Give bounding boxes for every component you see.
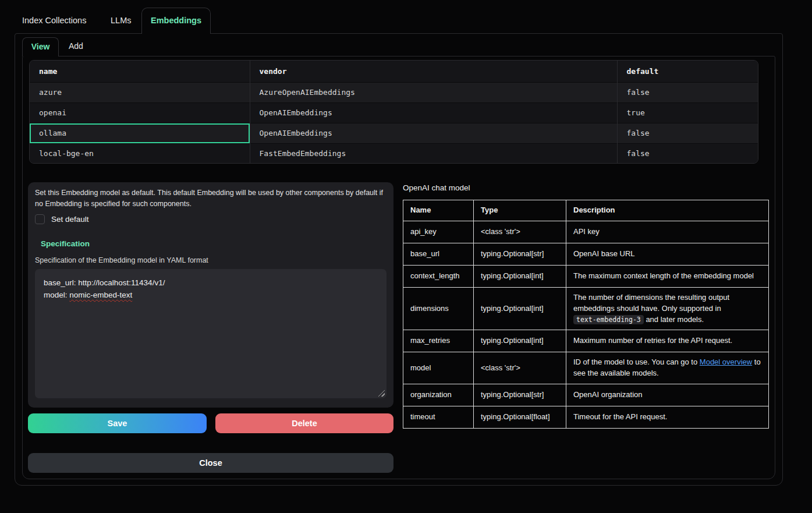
params-header-row: Name Type Description xyxy=(403,200,769,221)
param-description: OpenAI base URL xyxy=(566,243,769,265)
yaml-line-1: base_url: http://localhost:11434/v1/ xyxy=(44,277,378,289)
subtab-view[interactable]: View xyxy=(22,37,59,56)
table-header-row: name vendor default xyxy=(30,61,758,82)
param-name: base_url xyxy=(403,243,474,265)
param-row-max-retries: max_retries typing.Optional[int] Maximum… xyxy=(403,330,769,352)
param-name: model xyxy=(403,352,474,384)
cell-vendor[interactable]: AzureOpenAIEmbeddings xyxy=(250,82,617,102)
default-description: Set this Embedding model as default. Thi… xyxy=(35,187,384,210)
table-row-local-bge-en[interactable]: local-bge-en FastEmbedEmbeddings false xyxy=(30,143,758,164)
param-row-organization: organization typing.Optional[str] OpenAI… xyxy=(403,384,769,406)
param-row-base-url: base_url typing.Optional[str] OpenAI bas… xyxy=(403,243,769,265)
param-type: typing.Optional[int] xyxy=(474,330,566,352)
close-button[interactable]: Close xyxy=(28,453,393,473)
param-type: typing.Optional[float] xyxy=(474,406,566,429)
cell-name-selected[interactable]: ollama xyxy=(30,123,250,143)
params-table: Name Type Description api_key <class 'st… xyxy=(403,200,769,429)
cell-default[interactable]: false xyxy=(617,82,758,102)
param-description: Timeout for the API request. xyxy=(566,406,769,429)
yaml-spec-textarea[interactable]: base_url: http://localhost:11434/v1/ mod… xyxy=(35,269,387,398)
specification-heading: Specification xyxy=(41,239,90,248)
table-row-azure[interactable]: azure AzureOpenAIEmbeddings false xyxy=(30,82,758,102)
embeddings-table: name vendor default azure AzureOpenAIEmb… xyxy=(29,60,758,164)
subtab-add[interactable]: Add xyxy=(69,37,83,56)
param-description: ID of the model to use. You can go to Mo… xyxy=(566,352,769,384)
param-name: organization xyxy=(403,384,474,406)
save-button[interactable]: Save xyxy=(28,413,207,433)
column-header-default: default xyxy=(617,61,758,82)
param-name: dimensions xyxy=(403,287,474,330)
param-row-model: model <class 'str'> ID of the model to u… xyxy=(403,352,769,384)
param-description: The maximum context length of the embedd… xyxy=(566,265,769,287)
param-description: OpenAI organization xyxy=(566,384,769,406)
tab-index-collections[interactable]: Index Collections xyxy=(22,8,86,33)
param-type: typing.Optional[str] xyxy=(474,384,566,406)
params-panel-title: OpenAI chat model xyxy=(403,183,470,192)
cell-vendor[interactable]: OpenAIEmbeddings xyxy=(250,102,617,123)
param-description: The number of dimensions the resulting o… xyxy=(566,287,769,330)
params-column-description: Description xyxy=(566,200,769,221)
param-description: API key xyxy=(566,221,769,243)
misspelled-word: nomic-embed-text xyxy=(69,291,132,299)
param-type: typing.Optional[int] xyxy=(474,265,566,287)
param-name: context_length xyxy=(403,265,474,287)
set-default-checkbox[interactable] xyxy=(35,214,45,224)
param-description: Maximum number of retries for the API re… xyxy=(566,330,769,352)
delete-button[interactable]: Delete xyxy=(215,413,393,433)
params-column-type: Type xyxy=(474,200,566,221)
cell-name[interactable]: openai xyxy=(30,102,250,123)
code-chip: text-embedding-3 xyxy=(573,315,644,324)
param-name: timeout xyxy=(403,406,474,429)
param-row-api-key: api_key <class 'str'> API key xyxy=(403,221,769,243)
model-overview-link[interactable]: Model overview xyxy=(700,358,752,366)
column-header-vendor: vendor xyxy=(250,61,617,82)
specification-sublabel: Specification of the Embedding model in … xyxy=(35,256,208,264)
param-name: max_retries xyxy=(403,330,474,352)
table-row-ollama-selected[interactable]: ollama OpenAIEmbeddings false xyxy=(30,123,758,143)
app-window: Index Collections LLMs Embeddings View A… xyxy=(0,0,812,513)
cell-default[interactable]: false xyxy=(617,123,758,143)
params-column-name: Name xyxy=(403,200,474,221)
param-row-timeout: timeout typing.Optional[float] Timeout f… xyxy=(403,406,769,429)
set-default-row: Set default xyxy=(35,214,89,224)
set-default-label: Set default xyxy=(51,215,89,224)
param-type: <class 'str'> xyxy=(474,221,566,243)
param-type: typing.Optional[int] xyxy=(474,287,566,330)
cell-vendor[interactable]: OpenAIEmbeddings xyxy=(250,123,617,143)
embedding-config-panel: Set this Embedding model as default. Thi… xyxy=(28,182,393,408)
cell-name[interactable]: azure xyxy=(30,82,250,102)
tab-embeddings[interactable]: Embeddings xyxy=(141,8,211,34)
tab-llms[interactable]: LLMs xyxy=(111,8,131,33)
param-row-context-length: context_length typing.Optional[int] The … xyxy=(403,265,769,287)
cell-default[interactable]: true xyxy=(617,102,758,123)
param-type: <class 'str'> xyxy=(474,352,566,384)
param-row-dimensions: dimensions typing.Optional[int] The numb… xyxy=(403,287,769,330)
param-type: typing.Optional[str] xyxy=(474,243,566,265)
param-name: api_key xyxy=(403,221,474,243)
cell-vendor[interactable]: FastEmbedEmbeddings xyxy=(250,143,617,164)
table-row-openai[interactable]: openai OpenAIEmbeddings true xyxy=(30,102,758,123)
yaml-line-2: model: nomic-embed-text xyxy=(44,289,378,301)
cell-default[interactable]: false xyxy=(617,143,758,164)
cell-name[interactable]: local-bge-en xyxy=(30,143,250,164)
column-header-name: name xyxy=(30,61,250,82)
